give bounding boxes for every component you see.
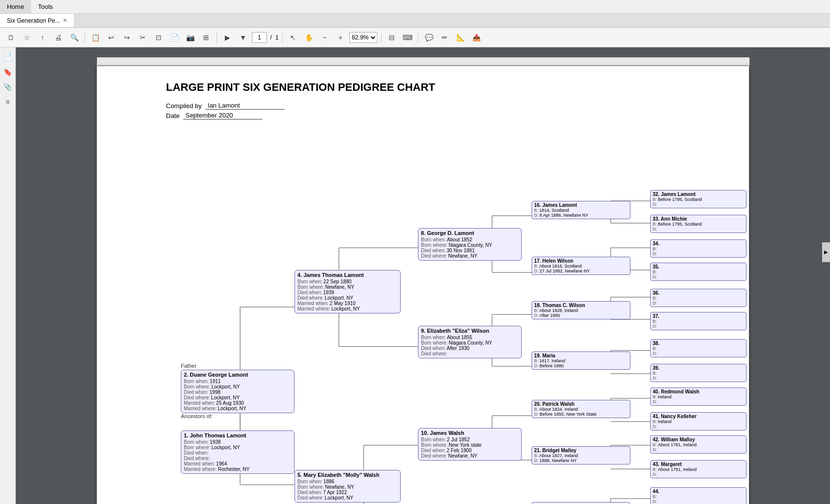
zoom-in-btn[interactable]: + xyxy=(333,31,347,44)
pen-btn[interactable]: ✏ xyxy=(438,31,452,44)
ruler-horizontal: for(let i=0;i<17;i++){ document.currentS… xyxy=(97,57,749,66)
compiled-by-label: Compiled by xyxy=(166,102,202,110)
content-area: 📄 🔖 📎 ≡ xyxy=(0,47,830,504)
file-btn[interactable]: 📋 xyxy=(88,31,102,44)
sep5 xyxy=(418,32,418,43)
person-18: 18. Thomas C. Wilson B:About 1828, Irela… xyxy=(532,301,630,319)
ancestors-label: Ancestors of: xyxy=(181,413,212,419)
father-label: Father xyxy=(181,363,197,369)
undo-btn[interactable]: ↩ xyxy=(104,31,118,44)
measure-btn[interactable]: 📐 xyxy=(454,31,467,44)
date-label: Date xyxy=(166,112,179,119)
share-btn[interactable]: ↑ xyxy=(36,31,49,44)
person-37: 37. B: D: xyxy=(650,312,747,330)
person-38: 38. B: D: xyxy=(650,339,747,357)
p1-name: 1. John Thomas Lamont xyxy=(184,432,291,438)
person-10: 10. James Walsh Born when:2 Jul 1852 Bor… xyxy=(418,428,522,461)
redo-btn[interactable]: ↪ xyxy=(120,31,134,44)
page-sep: / xyxy=(269,34,273,41)
person-42: 42. William Malloy B:About 1781, Ireland… xyxy=(650,435,747,454)
compiled-by-row: Compiled by Ian Lamont xyxy=(166,102,729,110)
person-44: 44. B: D: xyxy=(650,487,747,504)
sep1 xyxy=(84,32,85,43)
ruler-svg: for(let i=0;i<17;i++){ document.currentS… xyxy=(97,58,749,67)
cursor-btn[interactable]: ↖ xyxy=(286,31,300,44)
menu-home[interactable]: Home xyxy=(0,0,31,13)
person-40: 40. Redmond Walsh B:Ireland D: xyxy=(650,388,747,406)
down-btn[interactable]: ▼ xyxy=(236,31,250,44)
page-total: 1 xyxy=(275,34,279,41)
search-btn[interactable]: 🔍 xyxy=(67,31,81,44)
sep2 xyxy=(216,32,217,43)
page-current[interactable] xyxy=(252,32,267,43)
person-41: 41. Nancy Kelleher B:Ireland D: xyxy=(650,412,747,430)
sep4 xyxy=(381,32,381,43)
tab-label: Six Generation Pe... xyxy=(7,17,60,24)
export-btn[interactable]: 📤 xyxy=(469,31,483,44)
person-39: 39. B: D: xyxy=(650,364,747,382)
person-17: 17. Helen Wilson B:About 1816, Scotland … xyxy=(532,257,630,275)
person-34: 34. B: D: xyxy=(650,239,747,258)
zoom-select[interactable]: 82.9% xyxy=(349,32,377,43)
camera-btn[interactable]: 📷 xyxy=(183,31,197,44)
sidebar-layers-icon[interactable]: ≡ xyxy=(2,96,14,108)
person-20: 20. Patrick Walsh B:About 1824, Ireland … xyxy=(532,400,630,418)
person-4: 4. James Thomas Lamont Born when:22 Sep … xyxy=(294,270,401,313)
zoom-out-btn[interactable]: − xyxy=(318,31,332,44)
document-page: LARGE PRINT SIX GENERATION PEDIGREE CHAR… xyxy=(97,66,749,504)
sidebar-bookmark-icon[interactable]: 🔖 xyxy=(2,66,14,78)
comment-btn[interactable]: 💬 xyxy=(422,31,436,44)
menu-tools[interactable]: Tools xyxy=(31,0,60,13)
p2-name: 2. Duane George Lamont xyxy=(184,372,291,378)
split-btn[interactable]: ⊞ xyxy=(199,31,213,44)
toolbar: 🗋 ☆ ↑ 🖨 🔍 📋 ↩ ↪ ✂ ⊡ 📄 📷 ⊞ ▶ ▼ / 1 ↖ ✋ − … xyxy=(0,28,830,47)
pedigree-area: 1. John Thomas Lamont Born when:1938 Bor… xyxy=(117,124,729,504)
tab-close-icon[interactable]: ✕ xyxy=(63,17,67,24)
new-btn[interactable]: 🗋 xyxy=(4,31,18,44)
snap-btn[interactable]: ⊟ xyxy=(385,31,399,44)
sep3 xyxy=(282,32,283,43)
person-36: 36. B: D: xyxy=(650,289,747,307)
person-1: 1. John Thomas Lamont Born when:1938 Bor… xyxy=(181,430,294,474)
hand-btn[interactable]: ✋ xyxy=(302,31,316,44)
date-row: Date September 2020 xyxy=(166,112,729,119)
person-33: 33. Ann Michie B:Before 1795, Scotland D… xyxy=(650,215,747,233)
person-5: 5. Mary Elizabeth "Molly" Walsh Born whe… xyxy=(294,470,401,503)
keyboard-btn[interactable]: ⌨ xyxy=(401,31,415,44)
person-16: 16. James Lamont B:1814, Scotland D:8 Ap… xyxy=(532,201,630,219)
copy-small-btn[interactable]: ⊡ xyxy=(152,31,166,44)
menu-bar: Home Tools xyxy=(0,0,830,14)
paste-btn[interactable]: 📄 xyxy=(167,31,181,44)
main-area[interactable]: for(let i=0;i<17;i++){ document.currentS… xyxy=(16,47,830,504)
person-43: 43. Margaret B:About 1781, Ireland D: xyxy=(650,460,747,478)
sidebar-attachments-icon[interactable]: 📎 xyxy=(2,81,14,93)
person-9: 9. Elizabeth "Eliza" Wilson Born when:Ab… xyxy=(418,326,522,358)
sidebar-pages-icon[interactable]: 📄 xyxy=(2,51,14,63)
chart-title: LARGE PRINT SIX GENERATION PEDIGREE CHAR… xyxy=(166,81,729,94)
cut-btn[interactable]: ✂ xyxy=(136,31,150,44)
person-2: 2. Duane George Lamont Born when:1911 Bo… xyxy=(181,370,294,413)
person-21: 21. Bridget Malloy B:About 1827, Ireland… xyxy=(532,446,630,465)
person-8: 8. George D. Lamont Born when:About 1852… xyxy=(418,228,522,261)
person-32: 32. James Lamont B:Before 1795, Scotland… xyxy=(650,190,747,208)
person-22: 22. Michael Tierney B:About 1822, Irelan… xyxy=(532,502,630,504)
tab-bar: Six Generation Pe... ✕ xyxy=(0,14,830,28)
sidebar: 📄 🔖 📎 ≡ xyxy=(0,47,16,504)
bookmark-btn[interactable]: ☆ xyxy=(20,31,34,44)
person-35: 35. B: D: xyxy=(650,263,747,281)
tab-document[interactable]: Six Generation Pe... ✕ xyxy=(0,14,75,27)
right-scroll-arrow[interactable]: ▶ xyxy=(822,242,830,262)
play-btn[interactable]: ▶ xyxy=(220,31,234,44)
print-btn[interactable]: 🖨 xyxy=(51,31,65,44)
date-value: September 2020 xyxy=(183,112,262,119)
compiled-by-value: Ian Lamont xyxy=(206,102,285,110)
person-19: 19. Maria B:1817, Ireland D:Before 1880 xyxy=(532,351,630,370)
